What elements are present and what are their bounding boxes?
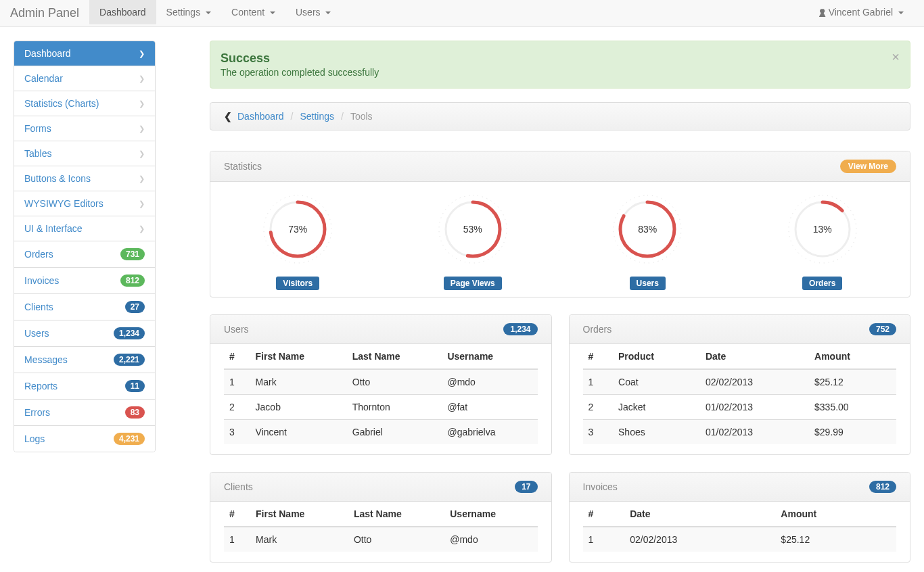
clients-badge: 17 [515, 481, 537, 493]
table-row[interactable]: 3Shoes01/02/2013$29.99 [583, 420, 897, 445]
table-cell: 3 [583, 420, 614, 445]
sidebar-item-label: Reports [24, 381, 57, 391]
chevron-right-icon: ❯ [139, 124, 145, 133]
sidebar-item-dashboard[interactable]: Dashboard❯ [14, 41, 155, 66]
sidebar-item-users[interactable]: Users1,234 [14, 320, 155, 347]
column-header: Username [442, 344, 537, 369]
table-cell: @mdo [442, 369, 537, 395]
column-header: # [583, 344, 614, 369]
table-row[interactable]: 1Coat02/02/2013$25.12 [583, 369, 897, 395]
chevron-right-icon: ❯ [139, 99, 145, 108]
sidebar-item-orders[interactable]: Orders731 [14, 241, 155, 268]
column-header: Last Name [347, 344, 442, 369]
column-header: # [224, 502, 250, 527]
caret-icon [325, 11, 331, 14]
sidebar-item-forms[interactable]: Forms❯ [14, 116, 155, 141]
sidebar-item-label: Buttons & Icons [24, 173, 91, 184]
user-menu[interactable]: Vincent Gabriel [809, 0, 914, 24]
stat-page-views: 53% Page Views [436, 192, 510, 290]
table-cell: Mark [250, 369, 347, 395]
dial: 53% [436, 192, 510, 266]
table-cell: 1 [583, 369, 614, 395]
column-header: Date [700, 344, 809, 369]
sidebar-item-logs[interactable]: Logs4,231 [14, 426, 155, 452]
alert-close-button[interactable]: × [892, 49, 900, 65]
table-cell: $335.00 [809, 395, 896, 420]
stat-visitors: 73% Visitors [260, 192, 335, 290]
dial-value: 53% [463, 224, 482, 235]
sidebar-item-label: Forms [24, 123, 51, 134]
sidebar-badge: 1,234 [114, 327, 145, 339]
orders-table: #ProductDateAmount1Coat02/02/2013$25.122… [583, 344, 897, 444]
nav-item-settings[interactable]: Settings [156, 0, 221, 24]
sidebar-badge: 731 [120, 248, 145, 260]
dial: 73% [260, 192, 335, 266]
column-header: # [224, 344, 250, 369]
column-header: Product [613, 344, 700, 369]
table-row[interactable]: 102/02/2013$25.12 [583, 527, 897, 552]
breadcrumb-item[interactable]: ❮Dashboard [224, 111, 284, 122]
sidebar-badge: 27 [125, 301, 145, 313]
table-row[interactable]: 2JacobThornton@fat [224, 395, 538, 420]
table-cell: @mdo [444, 527, 537, 552]
sidebar-item-messages[interactable]: Messages2,221 [14, 347, 155, 373]
sidebar-item-clients[interactable]: Clients27 [14, 294, 155, 320]
alert-title: Success [221, 51, 900, 66]
dial-value: 73% [288, 224, 307, 235]
sidebar-item-ui-interface[interactable]: UI & Interface❯ [14, 216, 155, 241]
column-header: Date [624, 502, 775, 527]
table-row[interactable]: 1MarkOtto@mdo [224, 527, 538, 552]
sidebar-item-calendar[interactable]: Calendar❯ [14, 66, 155, 91]
sidebar-item-label: WYSIWYG Editors [24, 198, 103, 209]
caret-icon [206, 11, 211, 14]
sidebar-badge: 83 [125, 406, 145, 419]
sidebar-item-invoices[interactable]: Invoices812 [14, 268, 155, 294]
sidebar-item-label: Clients [24, 302, 53, 312]
sidebar-item-statistics-charts-[interactable]: Statistics (Charts)❯ [14, 91, 155, 116]
main-content: × Success The operation completed succes… [169, 41, 924, 572]
brand[interactable]: Admin Panel [10, 0, 89, 26]
table-cell: Otto [348, 527, 444, 552]
table-cell: Thornton [347, 395, 442, 420]
invoices-panel: Invoices 812 #DateAmount102/02/2013$25.1… [569, 472, 911, 563]
clients-title: Clients [224, 481, 253, 492]
nav-item-dashboard[interactable]: Dashboard [89, 0, 156, 24]
table-row[interactable]: 3VincentGabriel@gabrielva [224, 420, 538, 445]
breadcrumb-item[interactable]: Settings [284, 111, 334, 122]
orders-badge: 752 [869, 323, 896, 335]
sidebar-item-errors[interactable]: Errors83 [14, 400, 155, 426]
sidebar-item-label: Users [24, 328, 49, 339]
table-cell: 2 [224, 395, 250, 420]
sidebar-badge: 11 [125, 380, 145, 392]
stat-users: 83% Users [610, 192, 685, 290]
table-cell: 3 [224, 420, 250, 445]
nav-item-users[interactable]: Users [285, 0, 341, 24]
sidebar-item-wysiwyg-editors[interactable]: WYSIWYG Editors❯ [14, 191, 155, 216]
column-header: First Name [250, 344, 347, 369]
nav-item-content[interactable]: Content [221, 0, 285, 24]
stat-label: Visitors [276, 277, 319, 290]
table-row[interactable]: 1MarkOtto@mdo [224, 369, 538, 395]
table-cell: $25.12 [775, 527, 896, 552]
stat-label: Page Views [444, 277, 502, 290]
sidebar-item-tables[interactable]: Tables❯ [14, 141, 155, 166]
sidebar-item-reports[interactable]: Reports11 [14, 373, 155, 400]
sidebar-item-buttons-icons[interactable]: Buttons & Icons❯ [14, 166, 155, 191]
table-cell: 2 [583, 395, 614, 420]
table-cell: Shoes [613, 420, 700, 445]
users-title: Users [224, 324, 249, 335]
column-header: Username [444, 502, 537, 527]
table-cell: 1 [224, 527, 250, 552]
table-row[interactable]: 2Jacket01/02/2013$335.00 [583, 395, 897, 420]
table-cell: Jacob [250, 395, 347, 420]
table-cell: Vincent [250, 420, 347, 445]
stat-label: Users [630, 277, 666, 290]
sidebar-item-label: UI & Interface [24, 223, 83, 234]
sidebar-item-label: Messages [24, 354, 68, 365]
table-cell: 01/02/2013 [700, 395, 809, 420]
chevron-right-icon: ❯ [139, 199, 145, 208]
sidebar-item-label: Invoices [24, 275, 59, 286]
view-more-button[interactable]: View More [840, 160, 896, 173]
breadcrumb-item: Tools [334, 111, 373, 122]
sidebar-item-label: Orders [24, 249, 53, 260]
